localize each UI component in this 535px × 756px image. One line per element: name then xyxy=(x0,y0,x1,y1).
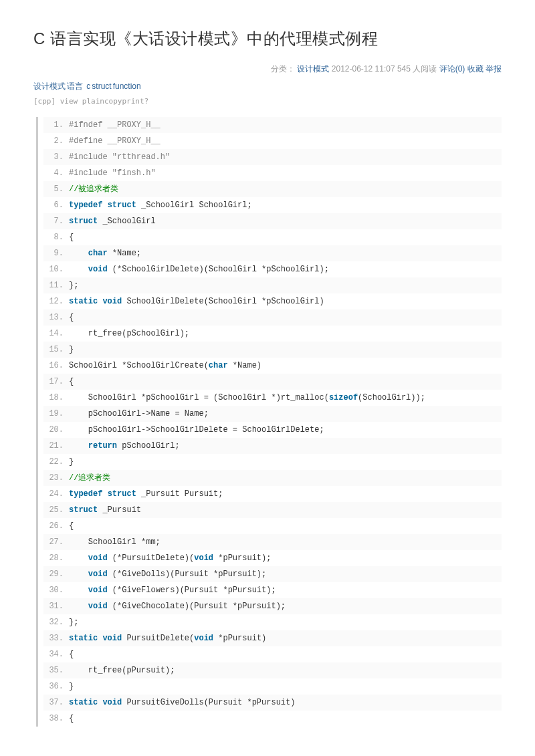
page-title: C 语言实现《大话设计模式》中的代理模式例程 xyxy=(33,27,502,51)
code-block: #ifndef __PROXY_H__#define __PROXY_H__#i… xyxy=(36,117,502,727)
code-line: rt_free(pSchoolGirl); xyxy=(43,326,502,342)
code-line: void (*SchoolGirlDelete)(SchoolGirl *pSc… xyxy=(43,261,502,277)
code-line: static void PursuitDelete(void *pPursuit… xyxy=(43,630,502,646)
code-line: struct _Pursuit xyxy=(43,502,502,518)
view-plain-link[interactable]: view plain xyxy=(60,97,104,106)
code-line: { xyxy=(43,309,502,326)
category-link[interactable]: 设计模式 xyxy=(297,64,329,74)
code-line: #include "finsh.h" xyxy=(43,165,502,181)
code-line: { xyxy=(43,518,502,534)
code-line: static void SchoolGirlDelete(SchoolGirl … xyxy=(43,293,502,309)
comments-link[interactable]: 评论(0) xyxy=(439,64,465,74)
code-line: void (*GiveFlowers)(Pursuit *pPursuit); xyxy=(43,582,502,598)
code-lang-label: [cpp] xyxy=(33,97,56,106)
code-line: } xyxy=(43,678,502,695)
post-datetime: 2012-06-12 11:07 xyxy=(332,64,395,74)
code-line: }; xyxy=(43,277,502,293)
code-line: } xyxy=(43,342,502,358)
print-link[interactable]: print xyxy=(122,97,144,106)
code-line: static void PursuitGiveDolls(Pursuit *pP… xyxy=(43,695,502,711)
copy-link[interactable]: copy xyxy=(104,97,122,106)
code-line: return pSchoolGirl; xyxy=(43,438,502,454)
code-line: SchoolGirl *pSchoolGirl = (SchoolGirl *)… xyxy=(43,390,502,406)
code-line: { xyxy=(43,229,502,245)
reads-count: 545 xyxy=(397,64,411,74)
code-line: { xyxy=(43,646,502,662)
tags-line: 设计模式语言 cstructfunction xyxy=(33,80,502,92)
code-line: pSchoolGirl->Name = Name; xyxy=(43,406,502,422)
code-line: SchoolGirl *SchoolGirlCreate(char *Name) xyxy=(43,358,502,374)
tag-link[interactable]: 设计模式 xyxy=(33,82,66,91)
code-line: { xyxy=(43,374,502,390)
code-line: #define __PROXY_H__ xyxy=(43,133,502,149)
code-line: }; xyxy=(43,614,502,630)
reads-label: 人阅读 xyxy=(413,64,437,74)
category-label: 分类： xyxy=(271,64,295,74)
help-link[interactable]: ? xyxy=(144,97,149,106)
tag-link[interactable]: struct xyxy=(92,82,111,91)
code-line: typedef struct _Pursuit Pursuit; xyxy=(43,486,502,502)
code-line: char *Name; xyxy=(43,245,502,261)
report-link[interactable]: 举报 xyxy=(486,64,502,74)
tag-link[interactable]: function xyxy=(113,82,141,91)
code-line: typedef struct _SchoolGirl SchoolGirl; xyxy=(43,197,502,213)
code-line: void (*GiveDolls)(Pursuit *pPursuit); xyxy=(43,566,502,582)
meta-line: 分类： 设计模式 2012-06-12 11:07 545 人阅读 评论(0) … xyxy=(33,63,502,75)
code-line: rt_free(pPursuit); xyxy=(43,662,502,678)
favorite-link[interactable]: 收藏 xyxy=(467,64,484,74)
code-list: #ifndef __PROXY_H__#define __PROXY_H__#i… xyxy=(38,117,502,727)
code-line: void (*GiveChocolate)(Pursuit *pPursuit)… xyxy=(43,598,502,614)
code-line: #include "rtthread.h" xyxy=(43,149,502,165)
code-line: #ifndef __PROXY_H__ xyxy=(43,117,502,133)
code-line: { xyxy=(43,711,502,727)
code-line: void (*PursuitDelete)(void *pPursuit); xyxy=(43,550,502,566)
code-line: } xyxy=(43,454,502,470)
code-line: SchoolGirl *mm; xyxy=(43,534,502,550)
code-line: pSchoolGirl->SchoolGirlDelete = SchoolGi… xyxy=(43,422,502,438)
tag-link[interactable]: c xyxy=(86,82,90,91)
code-line: //被追求者类 xyxy=(43,181,502,197)
code-line: struct _SchoolGirl xyxy=(43,213,502,229)
code-line: //追求者类 xyxy=(43,470,502,486)
code-toolbar: [cpp] view plaincopyprint? xyxy=(33,96,502,108)
tag-link[interactable]: 语言 xyxy=(67,82,83,91)
